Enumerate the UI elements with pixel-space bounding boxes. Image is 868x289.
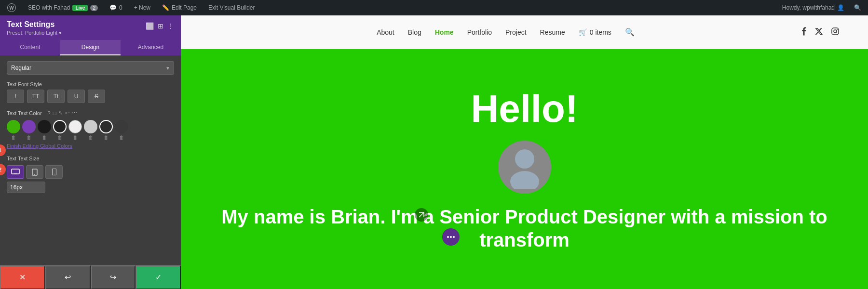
size-input[interactable]	[7, 182, 45, 193]
admin-comments[interactable]: 💬 0	[108, 4, 124, 11]
comments-count: 2	[90, 5, 98, 11]
finish-editing-link[interactable]: Finish Editing Global Colors	[7, 143, 174, 149]
color-label-icons: ? □ ↖ ↩ ⋯	[48, 110, 78, 116]
swatch-black1[interactable]	[38, 120, 51, 133]
more-options-icon[interactable]: ⋮	[167, 22, 174, 30]
nav-about[interactable]: About	[377, 28, 394, 36]
swatch-purple[interactable]	[22, 120, 36, 133]
wp-logo-icon: W	[7, 3, 16, 13]
site-header-right	[801, 27, 839, 38]
swatch-purple-wrapper: 🗑	[22, 120, 36, 140]
swatch-black3-delete[interactable]: 🗑	[104, 135, 108, 140]
tab-content[interactable]: Content	[0, 40, 60, 55]
color-copy-icon[interactable]: □	[53, 110, 56, 116]
nav-search-icon[interactable]: 🔍	[625, 27, 635, 37]
swatch-black1-delete[interactable]: 🗑	[42, 135, 47, 140]
color-reset-icon[interactable]: ↩	[65, 110, 69, 116]
swatch-black3[interactable]	[99, 120, 113, 133]
admin-new[interactable]: + New	[132, 4, 152, 11]
panel-title: Text Settings	[7, 20, 62, 29]
nav-portfolio[interactable]: Portfolio	[467, 28, 492, 36]
admin-exit-builder[interactable]: Exit Visual Builder	[206, 4, 257, 11]
swatch-black2-delete[interactable]: 🗑	[57, 135, 62, 140]
swatch-white-delete[interactable]: 🗑	[73, 135, 78, 140]
main-layout: 1 2 Text Settings Preset: Portfolio Ligh…	[0, 15, 868, 289]
svg-point-11	[515, 149, 534, 169]
swatch-green-wrapper: 🗑	[7, 120, 20, 140]
svg-rect-2	[12, 169, 19, 174]
swatch-white[interactable]	[68, 120, 82, 133]
admin-user[interactable]: Howdy, wpwithfahad 👤	[780, 4, 846, 11]
nav-project[interactable]: Project	[505, 28, 527, 36]
panel-header-icons: ⬜ ⊞ ⋮	[146, 22, 174, 30]
user-avatar: 👤	[837, 4, 844, 11]
cart-icon: 🛒	[579, 28, 587, 36]
edit-page-label: Edit Page	[172, 4, 197, 11]
live-badge: Live	[72, 5, 88, 11]
uppercase-button[interactable]: TT	[27, 90, 44, 103]
wp-logo-link[interactable]: W	[5, 3, 18, 13]
tab-advanced[interactable]: Advanced	[121, 40, 181, 55]
font-weight-select[interactable]: Regular	[7, 61, 174, 75]
nav-home[interactable]: Home	[435, 28, 454, 36]
cancel-button[interactable]: ✕	[0, 265, 45, 289]
responsive-buttons	[7, 165, 174, 179]
hero-hello-text: Hello!	[471, 87, 578, 131]
color-pick-icon[interactable]: ↖	[58, 110, 63, 116]
comment-icon: 💬	[109, 4, 117, 11]
edit-icon: ✏️	[162, 4, 169, 11]
color-help-icon[interactable]: ?	[48, 110, 51, 116]
floating-dots-btn[interactable]	[442, 228, 460, 246]
capitalize-button[interactable]: Tt	[47, 90, 65, 103]
site-nav: About Blog Home Portfolio Project Resume…	[377, 27, 635, 37]
mobile-size-btn[interactable]	[45, 165, 63, 179]
swatch-gray-delete[interactable]: 🗑	[88, 135, 93, 140]
site-name[interactable]: SEO with Fahad Live 2	[26, 4, 100, 11]
nav-blog[interactable]: Blog	[408, 28, 421, 36]
swatch-black4[interactable]	[115, 120, 128, 133]
font-style-buttons: I TT Tt U S	[7, 90, 174, 103]
swatch-purple-delete[interactable]: 🗑	[27, 135, 31, 140]
svg-point-7	[54, 174, 54, 175]
swatch-green-delete[interactable]: 🗑	[11, 135, 16, 140]
sidebar-panel: 1 2 Text Settings Preset: Portfolio Ligh…	[0, 15, 181, 289]
italic-button[interactable]: I	[7, 90, 24, 103]
instagram-icon[interactable]	[831, 27, 839, 37]
redo-button[interactable]: ↪	[91, 265, 136, 289]
swatch-gray[interactable]	[84, 120, 97, 133]
expand-icon[interactable]: ⬜	[146, 22, 154, 30]
swatch-black2[interactable]	[53, 120, 67, 133]
nav-resume[interactable]: Resume	[540, 28, 565, 36]
twitter-x-icon[interactable]	[815, 27, 823, 37]
website-content: About Blog Home Portfolio Project Resume…	[181, 15, 868, 289]
svg-point-10	[837, 29, 838, 30]
save-button[interactable]: ✓	[136, 265, 181, 289]
swatch-black3-wrapper: 🗑	[99, 120, 113, 140]
nav-cart[interactable]: 🛒 0 items	[579, 28, 611, 36]
svg-point-14	[450, 236, 452, 238]
font-weight-row: Regular ▼	[7, 61, 174, 75]
hero-avatar	[498, 141, 551, 194]
panel-content: Regular ▼ Text Font Style I TT Tt U S	[0, 55, 181, 265]
grid-icon[interactable]: ⊞	[158, 22, 163, 30]
tablet-size-btn[interactable]	[26, 165, 43, 179]
color-more-icon[interactable]: ⋯	[72, 110, 77, 116]
swatch-green[interactable]	[7, 120, 20, 133]
strikethrough-button[interactable]: S	[88, 90, 105, 103]
svg-point-5	[34, 174, 35, 175]
admin-bar-right: Howdy, wpwithfahad 👤 🔍	[780, 4, 863, 11]
desktop-size-btn[interactable]	[7, 165, 24, 179]
tab-design[interactable]: Design	[60, 40, 121, 55]
swatch-black4-delete[interactable]: 🗑	[119, 135, 124, 140]
font-weight-select-wrapper: Regular ▼	[7, 61, 174, 75]
bottom-toolbar: ✕ ↩ ↪ ✓	[0, 265, 181, 289]
swatch-black2-wrapper: 🗑	[53, 120, 67, 140]
admin-edit-page[interactable]: ✏️ Edit Page	[160, 4, 199, 11]
svg-point-12	[510, 171, 539, 189]
site-name-label: SEO with Fahad	[28, 4, 70, 11]
underline-button[interactable]: U	[68, 90, 85, 103]
admin-search-btn[interactable]: 🔍	[852, 4, 863, 11]
undo-button[interactable]: ↩	[45, 265, 91, 289]
facebook-icon[interactable]	[801, 27, 806, 38]
floating-arrow-btn[interactable]	[415, 208, 428, 222]
